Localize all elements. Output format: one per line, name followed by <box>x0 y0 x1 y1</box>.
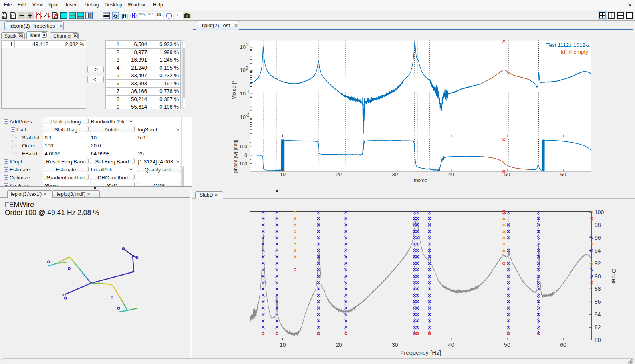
svg-text:90: 90 <box>595 273 601 280</box>
svg-text:|H|: |H| <box>121 13 128 18</box>
svg-text:98: 98 <box>595 222 601 228</box>
svg-text:100: 100 <box>239 144 247 149</box>
svg-text:10: 10 <box>240 67 246 73</box>
svg-text:-100: -100 <box>238 161 247 167</box>
svg-text:Test 1112z 1012-z: Test 1112z 1012-z <box>546 42 590 48</box>
svg-text:10: 10 <box>240 44 246 50</box>
svg-text:10: 10 <box>280 171 285 177</box>
svg-text:60: 60 <box>560 171 566 177</box>
svg-text:10: 10 <box>240 114 246 120</box>
svg-text:9t3: 9t3 <box>157 13 161 16</box>
svg-text:84: 84 <box>595 311 601 318</box>
svg-text:0: 0 <box>246 66 248 70</box>
svg-text:IdFrf empty: IdFrf empty <box>561 49 589 55</box>
svg-text:88: 88 <box>595 286 601 292</box>
svg-text:10: 10 <box>280 342 286 348</box>
svg-text:Order: Order <box>611 269 617 284</box>
svg-text:86: 86 <box>595 298 601 305</box>
svg-text:10: 10 <box>240 90 246 97</box>
svg-text:phase (w) [deg]: phase (w) [deg] <box>233 140 238 173</box>
svg-text:-1: -1 <box>246 89 250 94</box>
svg-text:30: 30 <box>392 342 398 348</box>
svg-text:0: 0 <box>244 153 247 158</box>
svg-text:82: 82 <box>595 324 601 330</box>
svg-text:3(H): 3(H) <box>148 13 153 16</box>
svg-text:40: 40 <box>448 342 454 348</box>
svg-text:94: 94 <box>595 247 601 254</box>
svg-text:60: 60 <box>560 342 566 348</box>
svg-text:1: 1 <box>246 43 248 47</box>
svg-text:-2: -2 <box>246 113 250 117</box>
svg-text:Mixed |*: Mixed |* <box>231 81 237 100</box>
svg-text:30: 30 <box>392 171 398 177</box>
svg-text:40: 40 <box>448 171 454 177</box>
svg-text:96: 96 <box>595 235 601 241</box>
svg-text:mixed: mixed <box>414 177 428 183</box>
svg-text:50: 50 <box>504 342 510 348</box>
svg-text:Frequency [Hz]: Frequency [Hz] <box>400 349 441 356</box>
svg-text:100: 100 <box>595 209 604 215</box>
svg-text:20: 20 <box>336 171 341 177</box>
svg-text:92: 92 <box>595 260 601 267</box>
svg-text:20: 20 <box>336 342 342 348</box>
svg-text:80: 80 <box>595 337 601 343</box>
svg-text:9(H): 9(H) <box>139 13 145 16</box>
